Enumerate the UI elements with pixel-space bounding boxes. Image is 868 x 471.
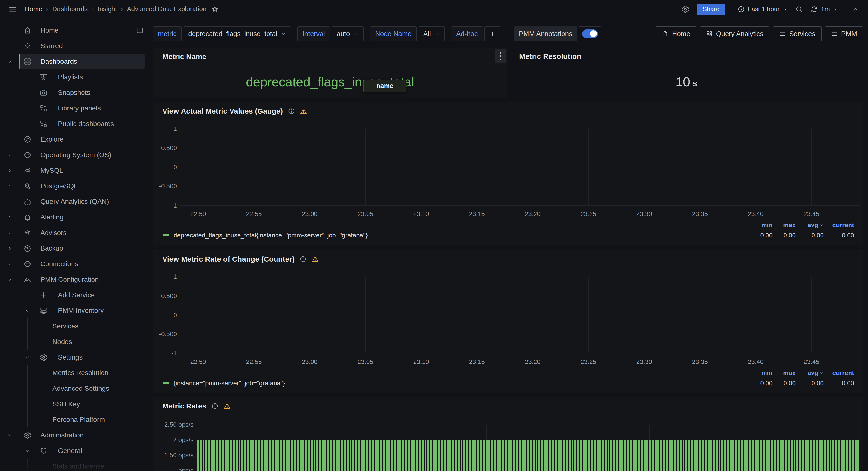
time-range-picker[interactable]: Last 1 hour — [737, 5, 788, 13]
sidebar-item-percona-platform[interactable]: Percona Platform — [0, 412, 149, 428]
sidebar-item-public-dashboards[interactable]: Public dashboards — [0, 116, 149, 132]
chevron-right-icon[interactable] — [7, 245, 13, 251]
caret-up-icon[interactable] — [850, 4, 861, 14]
sidebar-item-mysql[interactable]: MySQL — [0, 163, 149, 178]
panel-header[interactable]: Metric Name — [153, 48, 507, 65]
chevron-down-icon[interactable] — [24, 308, 30, 313]
time-series-plot[interactable]: 10.5000-0.500-122:5022:5523:0023:0523:10… — [180, 129, 861, 205]
dashboard-settings-gear-icon[interactable] — [680, 4, 691, 14]
panel-header[interactable]: View Actual Metric Values (Gauge) — [153, 102, 863, 120]
chevron-down-icon[interactable] — [7, 59, 13, 64]
legend-series[interactable]: deprecated_flags_inuse_total{instance="p… — [163, 229, 751, 241]
favorite-star-icon[interactable] — [211, 6, 219, 13]
sidebar-item-backup[interactable]: Backup — [0, 241, 149, 256]
sidebar-item-snapshots[interactable]: Snapshots — [0, 85, 149, 100]
sidebar-item-pmm-inventory[interactable]: PMM Inventory — [0, 303, 149, 318]
variable-value-dropdown[interactable]: deprecated_flags_inuse_total — [183, 26, 291, 41]
chevron-down-icon[interactable] — [7, 277, 13, 282]
sidebar-item-postgresql[interactable]: PostgreSQL — [0, 178, 149, 194]
warning-triangle-icon[interactable] — [312, 256, 319, 263]
panel-header[interactable]: View Metric Rate of Change (Counter) — [153, 250, 863, 268]
hamburger-menu-icon[interactable] — [8, 5, 17, 13]
panel-header[interactable]: Metric Rates — [153, 397, 863, 415]
warning-icon[interactable] — [300, 107, 307, 115]
sidebar-item-home[interactable]: Home — [0, 23, 149, 38]
gear-icon[interactable] — [681, 5, 689, 13]
chevron-right-icon[interactable] — [7, 261, 13, 267]
legend-column-min[interactable]: min — [751, 369, 773, 377]
chevron-right-icon[interactable] — [7, 152, 13, 158]
variable-value-dropdown[interactable]: All — [418, 26, 445, 41]
star-outline-icon[interactable] — [211, 6, 219, 13]
sidebar-collapse-icon[interactable] — [136, 27, 144, 34]
chevron-down-icon[interactable] — [7, 432, 13, 438]
legend-column-avg[interactable]: avg — [796, 221, 824, 229]
chevron-down-icon[interactable] — [7, 59, 13, 64]
chevron-down-icon[interactable] — [24, 355, 30, 360]
legend-series[interactable]: {instance="pmm-server", job="grafana"} — [163, 377, 751, 389]
breadcrumb-item[interactable]: Insight — [98, 5, 117, 13]
legend-column-current[interactable]: current — [824, 369, 854, 377]
breadcrumb-item[interactable]: Advanced Data Exploration — [127, 5, 207, 13]
refresh-picker[interactable]: 1m — [810, 5, 838, 13]
chevron-right-icon[interactable] — [7, 168, 13, 173]
chevron-right-icon[interactable] — [7, 245, 13, 251]
chevron-right-icon[interactable] — [7, 214, 13, 220]
chevron-right-icon[interactable] — [7, 230, 13, 236]
info-circle-icon[interactable] — [211, 402, 219, 410]
plus-icon[interactable] — [490, 31, 496, 37]
sidebar-item-explore[interactable]: Explore — [0, 132, 149, 147]
sidebar-item-playlists[interactable]: Playlists — [0, 69, 149, 85]
sidebar-item-pmm-configuration[interactable]: PMM Configuration — [0, 272, 149, 287]
sidebar-item-advisors[interactable]: Advisors — [0, 225, 149, 241]
sidebar-item-dashboards[interactable]: Dashboards — [0, 54, 149, 69]
menu-toggle-icon[interactable] — [7, 4, 18, 14]
legend-column-max[interactable]: max — [773, 369, 796, 377]
chevron-right-icon[interactable] — [7, 183, 13, 189]
info-circle-icon[interactable] — [288, 107, 295, 115]
chevron-down-icon[interactable] — [24, 448, 30, 454]
warning-icon[interactable] — [223, 402, 231, 410]
panel-header[interactable]: Metric Resolution — [510, 48, 863, 65]
legend-column-avg[interactable]: avg — [796, 369, 824, 377]
sidebar-item-nodes[interactable]: Nodes — [0, 334, 149, 349]
breadcrumb-item[interactable]: Dashboards — [52, 5, 88, 13]
share-button[interactable]: Share — [696, 4, 725, 15]
toggle-switch[interactable] — [582, 29, 598, 38]
zoom-out-magnifier-icon[interactable] — [795, 5, 803, 13]
bar-chart-plot[interactable]: 2.50 ops/s2 ops/s1.50 ops/s1 ops/s — [197, 425, 861, 471]
legend-column-min[interactable]: min — [751, 221, 773, 229]
sidebar-item-metrics-resolution[interactable]: Metrics Resolution — [0, 365, 149, 381]
zoom-out-icon[interactable] — [794, 4, 804, 14]
legend-column-current[interactable]: current — [824, 221, 854, 229]
sidebar-item-operating-system-os[interactable]: Operating System (OS) — [0, 147, 149, 163]
info-icon[interactable] — [211, 402, 219, 410]
dashboard-link-services[interactable]: Services — [773, 26, 821, 41]
sidebar-item-stats-and-license[interactable]: Stats and license — [0, 459, 149, 471]
sidebar-item-library-panels[interactable]: Library panels — [0, 100, 149, 116]
chevron-right-icon[interactable] — [7, 214, 13, 220]
dashboard-link-home[interactable]: Home — [656, 26, 696, 41]
chevron-right-icon[interactable] — [7, 183, 13, 189]
time-series-plot[interactable]: 10.5000-0.500-122:5022:5523:0023:0523:10… — [180, 277, 861, 353]
warning-triangle-icon[interactable] — [223, 402, 231, 410]
sidebar-item-general[interactable]: General — [0, 443, 149, 459]
chevron-right-icon[interactable] — [7, 230, 13, 236]
dock-sidebar-icon[interactable] — [136, 27, 144, 34]
sidebar-item-advanced-settings[interactable]: Advanced Settings — [0, 381, 149, 396]
chevron-right-icon[interactable] — [7, 168, 13, 173]
warning-triangle-icon[interactable] — [300, 107, 307, 115]
panel-menu-kebab-icon[interactable] — [495, 49, 506, 64]
info-icon[interactable] — [300, 256, 307, 263]
adhoc-add-button[interactable] — [485, 26, 501, 41]
sidebar-item-connections[interactable]: Connections — [0, 256, 149, 272]
sidebar-item-services[interactable]: Services — [0, 318, 149, 334]
chevron-right-icon[interactable] — [7, 261, 13, 267]
breadcrumb-item[interactable]: Home — [25, 5, 42, 13]
sidebar-item-settings[interactable]: Settings — [0, 349, 149, 365]
legend-column-max[interactable]: max — [773, 221, 796, 229]
info-circle-icon[interactable] — [300, 256, 307, 263]
chevron-right-icon[interactable] — [7, 152, 13, 158]
sidebar-item-alerting[interactable]: Alerting — [0, 209, 149, 225]
sidebar-item-administration[interactable]: Administration — [0, 428, 149, 443]
